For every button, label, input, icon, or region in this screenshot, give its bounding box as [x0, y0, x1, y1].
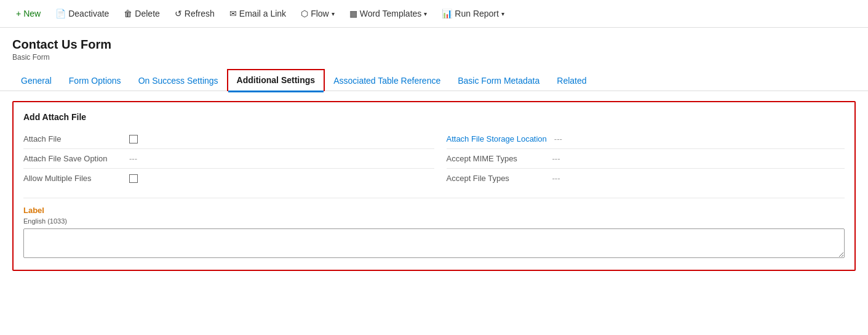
- tab-related[interactable]: Related: [548, 71, 595, 91]
- attach-file-save-option-label: Attach File Save Option: [23, 154, 122, 163]
- accept-mime-types-value: ---: [552, 154, 560, 163]
- deactivate-icon: 📄: [55, 9, 66, 18]
- accept-mime-types-label: Accept MIME Types: [447, 154, 545, 163]
- add-attach-file-section: Add Attach File Attach File Attach File …: [12, 101, 856, 271]
- flow-button[interactable]: ⬡ Flow ▾: [295, 5, 341, 22]
- flow-icon: ⬡: [301, 9, 308, 18]
- delete-button[interactable]: 🗑 Delete: [117, 5, 165, 22]
- attach-file-row: Attach File: [23, 129, 434, 149]
- accept-mime-types-row: Accept MIME Types ---: [447, 149, 845, 169]
- attach-file-storage-location-value: ---: [554, 134, 562, 143]
- run-report-icon: 📊: [442, 9, 452, 18]
- word-templates-button[interactable]: ▦ Word Templates ▾: [343, 5, 434, 22]
- word-templates-chevron-icon: ▾: [424, 10, 427, 17]
- tab-basic-form-metadata[interactable]: Basic Form Metadata: [449, 71, 548, 91]
- attach-file-storage-location-label: Attach File Storage Location: [447, 134, 547, 143]
- attach-file-save-option-row: Attach File Save Option ---: [23, 149, 434, 169]
- attach-file-save-option-value: ---: [129, 154, 137, 163]
- refresh-icon: ↺: [175, 9, 182, 18]
- email-icon: ✉: [229, 9, 237, 18]
- tabs-nav: General Form Options On Success Settings…: [0, 69, 868, 91]
- run-report-button[interactable]: 📊 Run Report ▾: [436, 5, 511, 22]
- refresh-button[interactable]: ↺ Refresh: [169, 5, 221, 22]
- main-content: Add Attach File Attach File Attach File …: [0, 91, 868, 281]
- allow-multiple-files-checkbox[interactable]: [129, 174, 138, 183]
- tab-on-success-settings[interactable]: On Success Settings: [130, 71, 227, 91]
- tab-general[interactable]: General: [12, 71, 60, 91]
- allow-multiple-files-row: Allow Multiple Files: [23, 169, 434, 188]
- flow-chevron-icon: ▾: [332, 10, 335, 17]
- tab-form-options[interactable]: Form Options: [60, 71, 130, 91]
- allow-multiple-files-label: Allow Multiple Files: [23, 174, 122, 183]
- label-title: Label: [23, 206, 845, 215]
- label-lang: English (1033): [23, 217, 845, 225]
- deactivate-button[interactable]: 📄 Deactivate: [49, 5, 115, 22]
- run-report-chevron-icon: ▾: [501, 10, 504, 17]
- email-link-button[interactable]: ✉ Email a Link: [223, 5, 292, 22]
- section-title: Add Attach File: [23, 112, 845, 122]
- delete-icon: 🗑: [124, 9, 132, 18]
- plus-icon: +: [16, 9, 21, 18]
- new-button[interactable]: + New: [10, 5, 47, 22]
- tab-associated-table-reference[interactable]: Associated Table Reference: [325, 71, 449, 91]
- toolbar: + New 📄 Deactivate 🗑 Delete ↺ Refresh ✉ …: [0, 0, 868, 28]
- attach-file-checkbox[interactable]: [129, 135, 138, 143]
- attach-file-storage-location-row: Attach File Storage Location ---: [447, 129, 845, 149]
- page-subtitle: Basic Form: [12, 53, 856, 62]
- accept-file-types-row: Accept File Types ---: [447, 169, 845, 188]
- tab-additional-settings[interactable]: Additional Settings: [227, 69, 325, 91]
- right-fields: Attach File Storage Location --- Accept …: [434, 129, 845, 188]
- page-header: Contact Us Form Basic Form: [0, 28, 868, 62]
- fields-grid: Attach File Attach File Save Option --- …: [23, 129, 845, 188]
- accept-file-types-label: Accept File Types: [447, 174, 545, 183]
- accept-file-types-value: ---: [552, 174, 560, 183]
- attach-file-label: Attach File: [23, 134, 122, 143]
- label-section: Label English (1033): [23, 198, 845, 260]
- label-input[interactable]: [23, 228, 845, 258]
- word-templates-icon: ▦: [349, 9, 357, 18]
- page-title: Contact Us Form: [12, 38, 856, 52]
- left-fields: Attach File Attach File Save Option --- …: [23, 129, 434, 188]
